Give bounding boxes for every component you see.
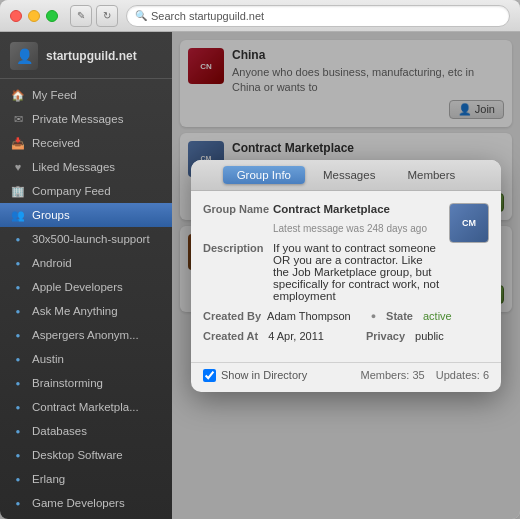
privacy-item: Privacy public [344,330,444,342]
edit-button[interactable]: ✎ [70,5,92,27]
created-at-row: Created At 4 Apr, 2011 Privacy public [203,330,489,342]
sidebar-item-apple-developers[interactable]: ● Apple Developers [0,275,172,299]
sidebar-item-label: Android [32,257,72,269]
sidebar-item-my-feed[interactable]: 🏠 My Feed [0,83,172,107]
sidebar-item-ask-me-anything[interactable]: ● Ask Me Anything [0,299,172,323]
avatar: 👤 [10,42,38,70]
group-name-label: Group Name [203,203,273,215]
sidebar-item-label: Private Messages [32,113,123,125]
bullet-icon: ● [10,423,26,439]
created-by-value: Adam Thompson [267,310,351,322]
address-bar[interactable]: 🔍 Search startupguild.net [126,5,510,27]
sidebar-item-label: Brainstorming [32,377,103,389]
sidebar-item-brainstorming[interactable]: ● Brainstorming [0,371,172,395]
sidebar-item-label: Groups [32,209,70,221]
sidebar-item-aspergers[interactable]: ● Aspergers Anonym... [0,323,172,347]
sidebar-item-label: My Feed [32,89,77,101]
home-icon: 🏠 [10,87,26,103]
bullet-icon: ● [10,495,26,511]
inbox-icon: 📥 [10,135,26,151]
modal-footer: Show in Directory Members: 35 Updates: 6 [191,362,501,392]
sidebar-item-liked-messages[interactable]: ♥ Liked Messages [0,155,172,179]
close-button[interactable] [10,10,22,22]
dot-icon: ● [371,311,376,321]
created-at-value: 4 Apr, 2011 [268,330,324,342]
privacy-label: Privacy [366,330,405,342]
bullet-icon: ● [10,303,26,319]
search-icon: 🔍 [135,10,147,21]
modal-body: CM Group Name Contract Marketplace Lates… [191,191,501,362]
bullet-icon: ● [10,255,26,271]
tab-members[interactable]: Members [393,166,469,184]
sidebar-item-label: Austin [32,353,64,365]
bullet-icon: ● [10,351,26,367]
description-row: Description If you want to contract some… [203,242,441,302]
sidebar-nav: 🏠 My Feed ✉ Private Messages 📥 Received … [0,79,172,519]
sidebar-item-30x500[interactable]: ● 30x500-launch-support [0,227,172,251]
group-avatar-text: CM [462,218,476,228]
mail-icon: ✉ [10,111,26,127]
modal-overlay[interactable]: Group Info Messages Members CM Group Nam… [172,32,520,519]
state-label: State [386,310,413,322]
group-name-value: Contract Marketplace [273,203,441,215]
sidebar-item-label: Liked Messages [32,161,115,173]
sidebar-item-label: Contract Marketpla... [32,401,139,413]
sidebar-item-machine-learning[interactable]: ● Machine Learning [0,515,172,519]
browser-window: ✎ ↻ 🔍 Search startupguild.net 👤 startupg… [0,0,520,519]
nav-buttons: ✎ ↻ [70,5,118,27]
created-by-row: Created By Adam Thompson ● State active [203,310,489,322]
building-icon: 🏢 [10,183,26,199]
sidebar-item-desktop-software[interactable]: ● Desktop Software [0,443,172,467]
bullet-icon: ● [10,447,26,463]
sidebar-item-label: Desktop Software [32,449,123,461]
created-by-label: Created By [203,310,261,322]
bullet-icon: ● [10,279,26,295]
sidebar-item-received[interactable]: 📥 Received [0,131,172,155]
show-in-directory-checkbox[interactable] [203,369,216,382]
sidebar-item-label: 30x500-launch-support [32,233,150,245]
sidebar-item-label: Received [32,137,80,149]
show-in-directory-label: Show in Directory [221,369,307,381]
sidebar-item-label: Aspergers Anonym... [32,329,139,341]
modal-tabs: Group Info Messages Members [191,160,501,191]
groups-icon: 👥 [10,207,26,223]
address-text: Search startupguild.net [151,10,264,22]
sidebar-item-label: Databases [32,425,87,437]
app-content: 👤 startupguild.net 🏠 My Feed ✉ Private M… [0,32,520,519]
sidebar-item-austin[interactable]: ● Austin [0,347,172,371]
sidebar-item-company-feed[interactable]: 🏢 Company Feed [0,179,172,203]
sidebar-item-android[interactable]: ● Android [0,251,172,275]
maximize-button[interactable] [46,10,58,22]
sidebar-item-contract-marketplace[interactable]: ● Contract Marketpla... [0,395,172,419]
state-value: active [423,310,452,322]
show-in-directory-row: Show in Directory [203,369,307,382]
members-count: Members: 35 Updates: 6 [361,369,490,381]
site-name: startupguild.net [46,49,137,63]
state-item: ● State active [371,310,452,322]
refresh-button[interactable]: ↻ [96,5,118,27]
bullet-icon: ● [10,471,26,487]
sidebar-item-private-messages[interactable]: ✉ Private Messages [0,107,172,131]
privacy-value: public [415,330,444,342]
sidebar-item-erlang[interactable]: ● Erlang [0,467,172,491]
created-at-label: Created At [203,330,258,342]
sidebar-item-groups[interactable]: 👥 Groups [0,203,172,227]
bullet-icon: ● [10,327,26,343]
sidebar-item-label: Game Developers [32,497,125,509]
sidebar-item-databases[interactable]: ● Databases [0,419,172,443]
main-content: CN China Anyone who does business, manuf… [172,32,520,519]
sidebar-item-label: Company Feed [32,185,111,197]
sidebar-item-game-developers[interactable]: ● Game Developers [0,491,172,515]
group-avatar: CM [449,203,489,243]
sidebar-item-label: Ask Me Anything [32,305,118,317]
sidebar: 👤 startupguild.net 🏠 My Feed ✉ Private M… [0,32,172,519]
tab-group-info[interactable]: Group Info [223,166,305,184]
description-label: Description [203,242,273,254]
heart-icon: ♥ [10,159,26,175]
minimize-button[interactable] [28,10,40,22]
bullet-icon: ● [10,231,26,247]
tab-messages[interactable]: Messages [309,166,389,184]
modal-dialog: Group Info Messages Members CM Group Nam… [191,160,501,392]
sidebar-item-label: Apple Developers [32,281,123,293]
title-bar: ✎ ↻ 🔍 Search startupguild.net [0,0,520,32]
